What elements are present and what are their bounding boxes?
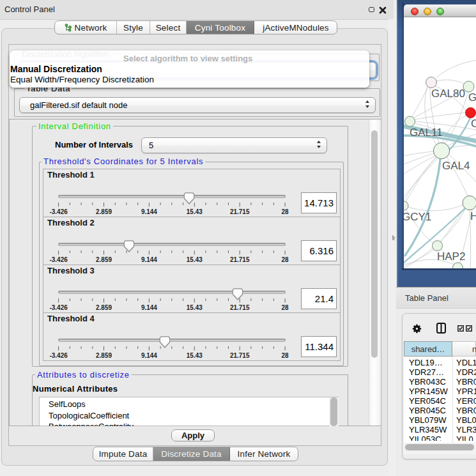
svg-text:GAL11: GAL11	[410, 127, 443, 139]
svg-text:HAP2: HAP2	[437, 250, 465, 263]
svg-text:G.: G.	[468, 91, 476, 104]
svg-text:GAL4: GAL4	[442, 160, 470, 172]
svg-text:GAL80: GAL80	[431, 88, 465, 100]
svg-text:GCY1: GCY1	[404, 211, 431, 223]
svg-text:H: H	[470, 210, 476, 222]
svg-text:C: C	[471, 118, 476, 130]
